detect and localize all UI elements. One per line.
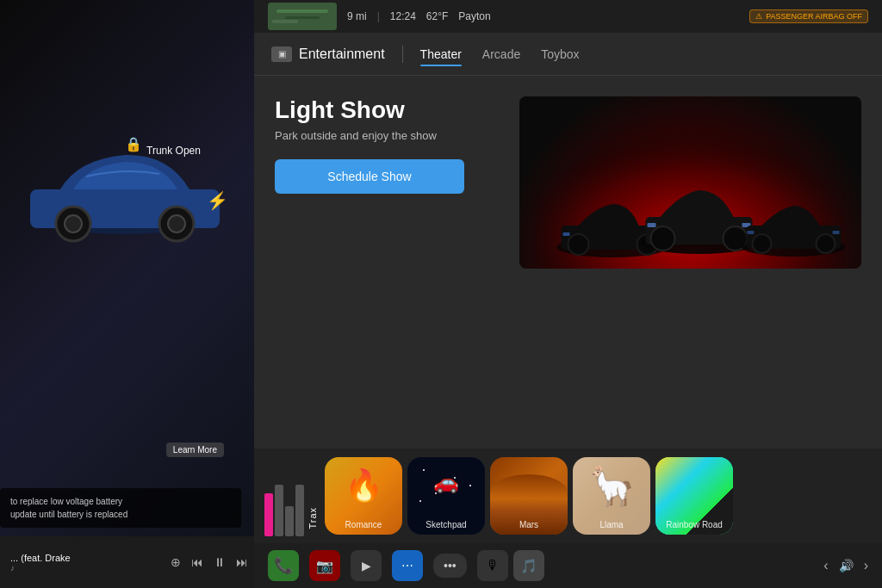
status-bar: 9 mi | 12:24 62°F Payton ⚠ PASSENGER AIR… (254, 0, 882, 33)
apps-bar: Trax 🔥 Romance 🚗 Sketchpad Mars (254, 449, 882, 543)
tab-theater[interactable]: Theater (420, 44, 462, 65)
next-track-button[interactable]: ⏭ (236, 555, 248, 569)
app-tile-sketchpad[interactable]: 🚗 Sketchpad (407, 457, 485, 535)
phone-button[interactable]: 📞 (268, 550, 299, 581)
airbag-warning: ⚠ PASSENGER AIRBAG OFF (749, 9, 868, 23)
taskbar-right: ‹ 🔊 › (823, 558, 868, 573)
volume-control[interactable]: 🔊 (839, 559, 854, 573)
car-silhouette: ⚡ (9, 112, 241, 250)
add-to-queue-button[interactable]: ⊕ (171, 555, 181, 569)
rainbow-road-label: Rainbow Road (655, 520, 733, 529)
svg-rect-29 (833, 231, 840, 234)
trax-label: Trax (307, 507, 318, 529)
light-show-preview (519, 96, 861, 269)
llama-label: Llama (573, 520, 650, 529)
lock-icon: 🔒 (125, 136, 142, 152)
piano-key-4 (295, 485, 304, 536)
piano-keys (264, 485, 304, 536)
music-title: ... (feat. Drake (10, 553, 164, 563)
notification-text: to replace low voltage battery update un… (10, 495, 231, 521)
svg-rect-16 (563, 232, 570, 236)
play-pause-button[interactable]: ⏸ (214, 555, 226, 569)
app-tile-romance[interactable]: 🔥 Romance (325, 457, 402, 535)
svg-rect-22 (648, 223, 656, 227)
music-app-button[interactable]: 🎵 (513, 550, 544, 581)
romance-label: Romance (325, 520, 402, 529)
app-tile-rainbow-road[interactable]: Rainbow Road (655, 457, 733, 535)
svg-point-27 (817, 234, 835, 253)
music-info: ... (feat. Drake ♪ (10, 553, 164, 573)
apps-icon: ⋯ (401, 559, 413, 573)
trunk-label: Trunk Open (146, 145, 201, 158)
llama-icon: 🦙 (588, 464, 636, 509)
feature-title: Light Show (275, 96, 499, 124)
entertainment-title: Entertainment (299, 46, 385, 62)
content-right (519, 96, 861, 447)
svg-rect-8 (276, 9, 328, 13)
tab-arcade[interactable]: Arcade (482, 44, 520, 65)
nav-tabs: Theater Arcade Toybox (420, 44, 580, 65)
music-app-icon: 🎵 (520, 558, 537, 574)
svg-point-20 (651, 226, 675, 251)
piano-key-1 (264, 493, 273, 536)
fire-icon: 🔥 (345, 467, 383, 504)
tab-toybox[interactable]: Toybox (541, 44, 579, 65)
svg-text:⚡: ⚡ (207, 190, 228, 211)
svg-rect-28 (748, 231, 755, 234)
svg-rect-10 (272, 20, 298, 23)
schedule-show-button[interactable]: Schedule Show (275, 159, 464, 194)
camera-button[interactable]: 📷 (309, 550, 340, 581)
more-apps-button[interactable]: ••• (433, 554, 467, 578)
piano-key-2 (275, 485, 283, 536)
entertainment-header: ▣ Entertainment Theater Arcade Toybox (254, 33, 882, 76)
svg-rect-9 (285, 16, 320, 19)
entertainment-logo-icon: ▣ (271, 46, 292, 62)
sketchpad-label: Sketchpad (407, 520, 485, 529)
podcast-button[interactable]: 🎙 (477, 550, 508, 581)
trax-section: Trax (264, 449, 325, 543)
apps-button[interactable]: ⋯ (392, 550, 423, 581)
entertainment-logo: ▣ Entertainment (271, 46, 385, 62)
dots-icon: ••• (444, 559, 457, 573)
mars-label: Mars (490, 520, 568, 529)
temperature-display: 62°F (426, 10, 448, 22)
left-panel: ⚡ 🔒 Trunk Open to replace low voltage ba… (0, 0, 258, 588)
media-button[interactable]: ▶ (351, 550, 382, 581)
svg-point-4 (65, 215, 82, 232)
app-tile-mars[interactable]: Mars (490, 457, 568, 535)
svg-point-26 (753, 234, 772, 253)
content-area: Light Show Park outside and enjoy the sh… (254, 76, 882, 467)
nav-left-button[interactable]: ‹ (823, 558, 828, 573)
notification-bar: to replace low voltage battery update un… (0, 488, 241, 528)
app-tile-llama[interactable]: 🦙 Llama (573, 457, 650, 535)
nav-divider (402, 46, 403, 63)
phone-icon: 📞 (274, 556, 293, 575)
feature-subtitle: Park outside and enjoy the show (275, 129, 499, 142)
taskbar: 📞 📷 ▶ ⋯ ••• 🎙 🎵 ‹ 🔊 › (254, 543, 882, 588)
volume-icon: 🔊 (839, 559, 854, 573)
music-subtitle: ♪ (10, 563, 164, 573)
svg-point-5 (168, 215, 185, 232)
svg-point-14 (568, 234, 589, 255)
time-display: 12:24 (390, 10, 416, 22)
app-icons-group: 🎙 🎵 (477, 550, 544, 581)
podcast-icon: 🎙 (486, 558, 500, 573)
music-controls: ⊕ ⏮ ⏸ ⏭ (171, 555, 248, 569)
preview-cars-svg (519, 96, 861, 269)
location-display: Payton (458, 10, 490, 22)
prev-track-button[interactable]: ⏮ (191, 555, 203, 569)
learn-more-button[interactable]: Learn More (166, 443, 224, 457)
music-player: ... (feat. Drake ♪ ⊕ ⏮ ⏸ ⏭ (0, 536, 258, 588)
content-left: Light Show Park outside and enjoy the sh… (275, 96, 499, 447)
app-tiles: 🔥 Romance 🚗 Sketchpad Mars 🦙 Llama (325, 449, 733, 543)
media-icon: ▶ (362, 559, 371, 573)
car-icon: 🚗 (433, 470, 459, 494)
camera-icon: 📷 (316, 558, 333, 574)
map-thumbnail (268, 3, 337, 30)
airbag-icon: ⚠ (755, 12, 762, 21)
nav-right-button[interactable]: › (864, 558, 868, 573)
piano-key-3 (285, 506, 294, 536)
mileage-display: 9 mi (347, 10, 367, 22)
